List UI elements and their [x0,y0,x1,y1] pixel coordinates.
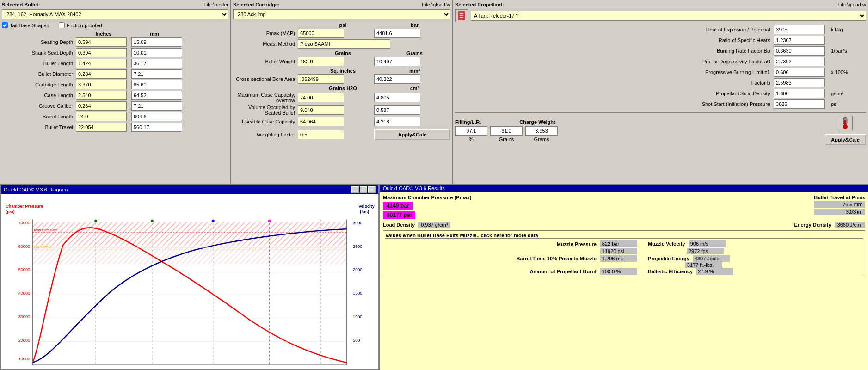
muzzle-section-header[interactable]: Values when Bullet Base Exits Muzzle...c… [385,233,863,239]
cartridge-apply-btn[interactable]: Apply&Calc [374,129,450,140]
bullet-field-label-1: Shank Seat.Depth [2,50,76,56]
bullet-dropdown[interactable]: .284, 162, Hornady A-MAX 28402 [2,9,228,19]
bullet-field-label-4: Cartridge Length [2,82,76,87]
cartridge-section-title: Selected Cartridge: [233,2,280,7]
bullet-field-inches-5[interactable] [76,91,127,100]
col-grains-h2o-header: Grains H2O [307,86,379,91]
bullet-field-inches-3[interactable] [76,69,127,79]
bullet-field-row: Seating Depth [2,37,228,47]
svg-text:500: 500 [353,338,360,342]
bullet-field-mm-6[interactable] [131,101,182,111]
bullet-field-mm-5[interactable] [131,91,182,100]
prop-field-label-1: Ratio of Specific Heats [455,37,774,43]
prop-field-unit-2: 1/bar*s [829,48,866,54]
prop-field-input-0[interactable] [774,25,825,34]
max-case-grains-input[interactable] [298,93,344,102]
useable-cm3-input[interactable] [374,117,420,126]
col-inches-header: Inches [76,31,131,37]
prop-field-input-4[interactable] [774,68,825,77]
bullet-field-mm-7[interactable] [131,112,182,121]
friction-proofed-label: Friction-proofed [67,23,102,28]
propellant-field-row: Pro- or Degressivity Factor a0 [455,57,866,66]
muzzle-velocity-ms-value: 906 m/s [689,240,726,247]
col-cm3-header: cm³ [379,86,450,91]
svg-text:(psi): (psi) [6,209,14,214]
filling-grams-unit: Grams [525,136,558,142]
bullet-field-inches-1[interactable] [76,48,127,57]
prop-burnt-label: Amount of Propellant Burnt [385,268,600,275]
proj-energy-j-value: 4307 Joule [693,255,730,262]
svg-text:70000: 70000 [18,221,30,225]
prop-field-input-2[interactable] [774,46,825,56]
bullet-travel-label: Bullet Travel at Pmax [814,195,865,200]
prop-field-label-2: Burning Rate Factor Ba [455,48,774,54]
svg-text:Velocity: Velocity [358,204,375,209]
prop-field-input-7[interactable] [774,99,825,109]
barrel-time-value: 1.206 ms [600,255,637,262]
bore-area-label: Cross-sectional Bore Area [233,76,298,82]
bullet-field-row: Bullet Diameter [2,69,228,79]
bullet-weight-grains-input[interactable] [298,57,344,66]
propellant-apply-btn[interactable]: Apply&Calc [825,134,866,145]
bullet-field-row: Cartridge Length [2,80,228,89]
bullet-field-inches-4[interactable] [76,80,127,89]
bore-area-sq-input[interactable] [298,74,344,84]
pmax-label: Pmax (MAP) [233,31,298,36]
bullet-field-inches-8[interactable] [76,123,127,132]
bullet-field-label-5: Case Length [2,92,76,98]
filling-pct-input[interactable] [455,126,487,136]
bullet-field-inches-7[interactable] [76,112,127,121]
prop-field-label-0: Heat of Explosion / Potential [455,27,774,32]
meas-method-input[interactable] [298,39,390,49]
proj-energy-ftlbs-value: 3177 ft.-lbs. [685,262,722,268]
bullet-field-inches-0[interactable] [76,37,127,47]
close-btn[interactable]: ✕ [368,186,376,193]
ballistic-eff-value: 27.9 % [696,268,733,275]
prop-field-input-5[interactable] [774,78,825,87]
useable-grains-input[interactable] [298,117,344,126]
bullet-field-label-7: Barrel Length [2,114,76,119]
propellant-dropdown[interactable]: Alliant Reloder-17 ? [471,11,866,21]
muzzle-velocity-fps-value: 2972 fps [687,248,724,254]
prop-field-unit-0: kJ/kg [829,27,866,32]
pmax-psi-input[interactable] [298,29,344,38]
prop-field-input-3[interactable] [774,57,825,66]
bullet-field-mm-8[interactable] [131,123,182,132]
bullet-field-row: Barrel Length [2,112,228,121]
tail-base-shaped-checkbox[interactable] [2,22,8,28]
prop-field-unit-6: g/cm³ [829,91,866,96]
friction-proofed-checkbox[interactable] [59,22,65,28]
restore-btn[interactable]: □ [360,186,367,193]
filling-grains-input[interactable] [490,126,523,136]
bore-area-mm2-input[interactable] [374,74,420,84]
vol-bullet-grains-input[interactable] [298,105,344,115]
bullet-field-mm-2[interactable] [131,59,182,68]
prop-field-input-1[interactable] [774,36,825,45]
pmax-bar-input[interactable] [374,29,420,38]
filling-header: Filling/L.R. Charge Weight [455,119,558,125]
results-title: QuickLOAD© V.3.6 Results [380,185,868,192]
prop-field-input-6[interactable] [774,89,825,98]
bullet-field-inches-2[interactable] [76,59,127,68]
svg-point-38 [151,219,154,222]
bullet-weight-grams-input[interactable] [374,57,420,66]
bullet-weight-label: Bullet Weight [233,59,298,64]
svg-text:Max.Pressure: Max.Pressure [34,228,57,232]
propellant-icon[interactable] [455,9,468,22]
thermometer-icon[interactable] [838,116,853,130]
max-case-cm3-input[interactable] [374,93,420,102]
bullet-field-mm-1[interactable] [131,48,182,57]
svg-text:3000: 3000 [353,221,362,225]
filling-grams-input[interactable] [525,126,558,136]
bullet-field-row: Bullet Length [2,59,228,68]
cartridge-dropdown[interactable]: .280 Ack Imp [233,9,450,19]
bullet-field-mm-4[interactable] [131,80,182,89]
bullet-field-inches-6[interactable] [76,101,127,111]
muzzle-pressure-bar-value: 822 bar [600,240,637,247]
weighting-input[interactable] [298,130,344,139]
energy-density-label: Energy Density [794,222,831,228]
minimize-btn[interactable]: _ [351,186,359,193]
vol-bullet-cm3-input[interactable] [374,105,420,115]
bullet-field-mm-3[interactable] [131,69,182,79]
bullet-field-mm-0[interactable] [131,37,182,47]
